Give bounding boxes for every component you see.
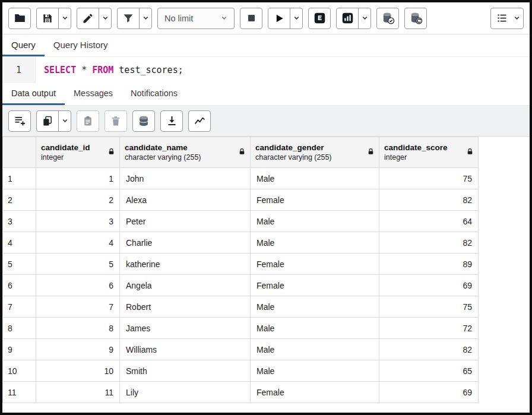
cell-candidate-gender[interactable]: Male [251,296,379,318]
commit-button[interactable] [376,8,399,29]
tab-messages[interactable]: Messages [65,83,122,105]
save-data-button[interactable] [132,110,155,132]
filter-button[interactable] [118,8,139,28]
column-header-candidate-gender[interactable]: candidate_gender character varying (255) [251,137,379,168]
cell-candidate-gender[interactable]: Male [251,168,379,189]
macros-dropdown[interactable] [512,8,523,28]
cell-candidate-name[interactable]: Smith [120,360,251,382]
cell-candidate-score[interactable]: 82 [379,339,479,360]
cell-candidate-gender[interactable]: Female [251,275,379,296]
cell-candidate-id[interactable]: 7 [36,296,120,318]
cell-candidate-name[interactable]: Angela [120,275,251,296]
cell-candidate-name[interactable]: Williams [120,339,251,360]
cell-candidate-score[interactable]: 64 [379,211,479,232]
table-row[interactable]: 2 2 Alexa Female 82 [3,189,479,211]
table-row[interactable]: 11 11 Lily Female 69 [3,382,479,403]
save-dropdown[interactable] [58,8,71,28]
macros-button[interactable] [491,8,512,28]
cell-candidate-id[interactable]: 6 [36,275,120,296]
add-row-button[interactable] [8,110,31,132]
cell-candidate-name[interactable]: Alexa [120,189,251,211]
sql-code-line[interactable]: SELECT * FROM test_scores; [36,57,183,83]
row-number[interactable]: 6 [3,275,36,296]
tab-notifications[interactable]: Notifications [122,83,186,105]
cell-candidate-score[interactable]: 82 [379,189,479,211]
row-number[interactable]: 2 [3,189,36,211]
cell-candidate-name[interactable]: Peter [120,211,251,232]
cell-candidate-id[interactable]: 8 [36,318,120,339]
row-number[interactable]: 10 [3,360,36,382]
paste-button[interactable] [77,110,99,132]
cell-candidate-id[interactable]: 2 [36,189,120,211]
filter-dropdown[interactable] [139,8,151,28]
select-all-corner[interactable] [3,137,36,168]
copy-dropdown[interactable] [58,111,71,131]
cell-candidate-id[interactable]: 11 [36,382,120,403]
cell-candidate-score[interactable]: 69 [379,275,479,296]
cell-candidate-score[interactable]: 75 [379,168,479,189]
table-row[interactable]: 5 5 katherine Female 89 [3,254,479,275]
cell-candidate-id[interactable]: 5 [36,254,120,275]
cell-candidate-score[interactable]: 69 [379,382,479,403]
sql-editor[interactable]: 1 SELECT * FROM test_scores; [2,57,530,83]
tab-query-history[interactable]: Query History [45,34,117,56]
row-number[interactable]: 5 [3,254,36,275]
cell-candidate-score[interactable]: 82 [379,232,479,254]
cell-candidate-gender[interactable]: Male [251,211,379,232]
cell-candidate-name[interactable]: James [120,318,251,339]
row-number[interactable]: 3 [3,211,36,232]
cell-candidate-name[interactable]: Robert [120,296,251,318]
copy-button[interactable] [37,111,58,131]
cell-candidate-score[interactable]: 72 [379,318,479,339]
cell-candidate-gender[interactable]: Female [251,254,379,275]
cell-candidate-name[interactable]: Charlie [120,232,251,254]
execute-dropdown[interactable] [290,8,302,28]
row-number[interactable]: 9 [3,339,36,360]
table-row[interactable]: 6 6 Angela Female 69 [3,275,479,296]
cell-candidate-gender[interactable]: Male [251,360,379,382]
row-limit-select[interactable]: No limit [157,8,235,29]
row-number[interactable]: 11 [3,382,36,403]
cell-candidate-id[interactable]: 3 [36,211,120,232]
row-number[interactable]: 7 [3,296,36,318]
cell-candidate-gender[interactable]: Female [251,189,379,211]
edit-button[interactable] [77,8,99,28]
execute-button[interactable] [268,8,290,28]
delete-row-button[interactable] [104,110,127,132]
explain-button[interactable] [308,8,331,29]
tab-data-output[interactable]: Data output [2,83,65,105]
cell-candidate-gender[interactable]: Male [251,232,379,254]
cell-candidate-gender[interactable]: Male [251,318,379,339]
row-number[interactable]: 8 [3,318,36,339]
cell-candidate-score[interactable]: 89 [379,254,479,275]
table-row[interactable]: 3 3 Peter Male 64 [3,211,479,232]
open-file-button[interactable] [8,8,31,29]
graph-visualiser-button[interactable] [188,110,211,132]
table-row[interactable]: 8 8 James Male 72 [3,318,479,339]
tab-query[interactable]: Query [2,34,45,56]
cell-candidate-name[interactable]: Lily [120,382,251,403]
cell-candidate-name[interactable]: John [120,168,251,189]
column-header-candidate-name[interactable]: candidate_name character varying (255) [120,137,251,168]
row-number[interactable]: 1 [3,168,36,189]
cell-candidate-score[interactable]: 75 [379,296,479,318]
cell-candidate-id[interactable]: 10 [36,360,120,382]
cell-candidate-id[interactable]: 9 [36,339,120,360]
explain-analyze-button[interactable] [337,8,358,28]
column-header-candidate-score[interactable]: candidate_score integer [379,137,479,168]
rollback-button[interactable] [404,8,427,29]
edit-dropdown[interactable] [99,8,111,28]
table-row[interactable]: 10 10 Smith Male 65 [3,360,479,382]
cell-candidate-name[interactable]: katherine [120,254,251,275]
cell-candidate-id[interactable]: 1 [36,168,120,189]
download-button[interactable] [160,110,183,132]
explain-analyze-dropdown[interactable] [358,8,370,28]
table-row[interactable]: 7 7 Robert Male 75 [3,296,479,318]
cell-candidate-gender[interactable]: Male [251,339,379,360]
table-row[interactable]: 1 1 John Male 75 [3,168,479,189]
cell-candidate-gender[interactable]: Female [251,382,379,403]
cell-candidate-score[interactable]: 65 [379,360,479,382]
column-header-candidate-id[interactable]: candidate_id integer [36,137,120,168]
cell-candidate-id[interactable]: 4 [36,232,120,254]
stop-button[interactable] [240,8,262,29]
